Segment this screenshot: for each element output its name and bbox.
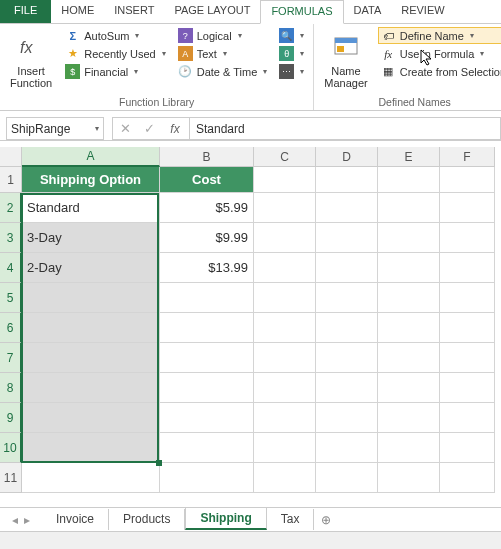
- autosum-button[interactable]: ΣAutoSum▾: [62, 27, 169, 44]
- cell[interactable]: [254, 403, 316, 433]
- formula-input[interactable]: Standard: [189, 117, 501, 140]
- cell[interactable]: [316, 373, 378, 403]
- add-sheet-button[interactable]: ⊕: [314, 513, 338, 527]
- more-functions-button[interactable]: ⋯▾: [276, 63, 307, 80]
- cell[interactable]: [378, 343, 440, 373]
- col-header-d[interactable]: D: [316, 147, 378, 167]
- row-header[interactable]: 5: [0, 283, 22, 313]
- insert-function-button[interactable]: fx Insert Function: [6, 27, 56, 94]
- cell[interactable]: [316, 433, 378, 463]
- cell[interactable]: [254, 373, 316, 403]
- cell[interactable]: [440, 433, 495, 463]
- row-header[interactable]: 4: [0, 253, 22, 283]
- cell[interactable]: [378, 433, 440, 463]
- cell[interactable]: [160, 343, 254, 373]
- cell[interactable]: [254, 167, 316, 193]
- cell[interactable]: [22, 283, 160, 313]
- row-header[interactable]: 6: [0, 313, 22, 343]
- cell[interactable]: [316, 403, 378, 433]
- financial-button[interactable]: $Financial▾: [62, 63, 169, 80]
- tab-insert[interactable]: INSERT: [104, 0, 164, 23]
- cell[interactable]: [378, 373, 440, 403]
- cell[interactable]: [440, 253, 495, 283]
- fx-button[interactable]: fx: [161, 117, 189, 140]
- cell[interactable]: $13.99: [160, 253, 254, 283]
- cell[interactable]: [22, 403, 160, 433]
- chevron-down-icon[interactable]: ▾: [95, 124, 99, 133]
- sheet-nav-prev[interactable]: ◂: [12, 513, 18, 527]
- row-header[interactable]: 1: [0, 167, 22, 193]
- tab-review[interactable]: REVIEW: [391, 0, 454, 23]
- cell[interactable]: [254, 463, 316, 493]
- date-time-button[interactable]: 🕑Date & Time▾: [175, 63, 271, 80]
- col-header-c[interactable]: C: [254, 147, 316, 167]
- cell[interactable]: [160, 403, 254, 433]
- col-header-b[interactable]: B: [160, 147, 254, 167]
- cell[interactable]: [254, 283, 316, 313]
- col-header-e[interactable]: E: [378, 147, 440, 167]
- cell[interactable]: [378, 223, 440, 253]
- cell[interactable]: [22, 463, 160, 493]
- cell[interactable]: [378, 313, 440, 343]
- row-header[interactable]: 9: [0, 403, 22, 433]
- cell[interactable]: [316, 343, 378, 373]
- cell[interactable]: [160, 433, 254, 463]
- tab-data[interactable]: DATA: [344, 0, 392, 23]
- cell[interactable]: [440, 283, 495, 313]
- cell[interactable]: $5.99: [160, 193, 254, 223]
- enter-formula-button[interactable]: ✓: [137, 121, 161, 136]
- sheet-tab-products[interactable]: Products: [109, 509, 185, 530]
- cell[interactable]: [378, 463, 440, 493]
- define-name-button[interactable]: 🏷Define Name▾: [378, 27, 501, 44]
- sheet-tab-invoice[interactable]: Invoice: [42, 509, 109, 530]
- cell[interactable]: [160, 283, 254, 313]
- cell[interactable]: [254, 223, 316, 253]
- cell[interactable]: 2-Day: [22, 253, 160, 283]
- lookup-button[interactable]: 🔍▾: [276, 27, 307, 44]
- cell[interactable]: [22, 373, 160, 403]
- cell[interactable]: [440, 343, 495, 373]
- cell[interactable]: [378, 193, 440, 223]
- name-manager-button[interactable]: Name Manager: [320, 27, 371, 94]
- cell[interactable]: 3-Day: [22, 223, 160, 253]
- tab-file[interactable]: FILE: [0, 0, 51, 23]
- col-header-f[interactable]: F: [440, 147, 495, 167]
- row-header[interactable]: 2: [0, 193, 22, 223]
- cell[interactable]: [440, 463, 495, 493]
- text-button[interactable]: AText▾: [175, 45, 271, 62]
- cell[interactable]: [378, 253, 440, 283]
- cell[interactable]: Cost: [160, 167, 254, 193]
- cell[interactable]: [22, 313, 160, 343]
- cell[interactable]: [378, 403, 440, 433]
- cell[interactable]: [440, 167, 495, 193]
- math-button[interactable]: θ▾: [276, 45, 307, 62]
- cell[interactable]: [440, 403, 495, 433]
- cell[interactable]: [316, 253, 378, 283]
- tab-page-layout[interactable]: PAGE LAYOUT: [164, 0, 260, 23]
- cell[interactable]: [254, 193, 316, 223]
- cell[interactable]: [22, 343, 160, 373]
- selection-handle[interactable]: [156, 460, 162, 466]
- cell[interactable]: [254, 343, 316, 373]
- cancel-formula-button[interactable]: ✕: [113, 121, 137, 136]
- recently-used-button[interactable]: ★Recently Used▾: [62, 45, 169, 62]
- cell[interactable]: [440, 373, 495, 403]
- row-header[interactable]: 8: [0, 373, 22, 403]
- cell[interactable]: [316, 283, 378, 313]
- sheet-nav-next[interactable]: ▸: [24, 513, 30, 527]
- cell[interactable]: [440, 313, 495, 343]
- cell[interactable]: [378, 167, 440, 193]
- cell[interactable]: [22, 433, 160, 463]
- select-all-corner[interactable]: [0, 147, 22, 167]
- cell[interactable]: [378, 283, 440, 313]
- cell[interactable]: [254, 313, 316, 343]
- cell[interactable]: [160, 373, 254, 403]
- cell[interactable]: $9.99: [160, 223, 254, 253]
- name-box[interactable]: ShipRange▾: [6, 117, 104, 140]
- sheet-tab-shipping[interactable]: Shipping: [185, 507, 266, 530]
- row-header[interactable]: 11: [0, 463, 22, 493]
- cell[interactable]: [254, 433, 316, 463]
- logical-button[interactable]: ?Logical▾: [175, 27, 271, 44]
- cell[interactable]: Standard: [22, 193, 160, 223]
- col-header-a[interactable]: A: [22, 147, 160, 167]
